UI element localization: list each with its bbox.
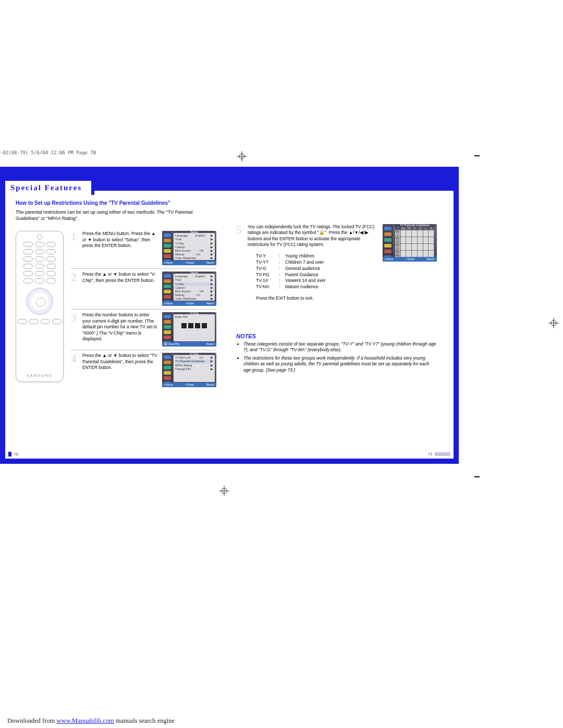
note-item: These categories consist of two separate… xyxy=(243,341,437,353)
step-4: 4 Press the ▲ or ▼ button to select "TV … xyxy=(71,350,216,387)
chapter-tab: Special Features xyxy=(2,178,94,195)
registration-mark-bottom xyxy=(219,486,229,496)
osd-body: Enter PIN xyxy=(174,314,215,341)
page-number-right: 71 xyxy=(428,452,450,456)
osd-vchip-menu: V-Chip V-Chip Lock: On▶ TV Parental Guid… xyxy=(162,353,216,387)
step-5: 5 You can independently lock the TV rati… xyxy=(236,224,376,302)
step-number: 4 xyxy=(71,353,79,387)
exit-instruction: Press the EXIT button to exit. xyxy=(256,295,376,301)
osd-setup-1: Setup Language: English▶ Time▶ V-Chip▶ C… xyxy=(162,231,216,265)
step-text: Press the ▲ or ▼ button to select "TV Pa… xyxy=(82,353,159,387)
trim-tick-br xyxy=(474,476,480,477)
step-text: You can independently lock the TV rating… xyxy=(248,224,376,302)
page-number-left: 70 xyxy=(8,452,18,456)
osd-tvpg-grid: TV Parental Guidelines ALLFVVSLD TV-Y TV… xyxy=(383,224,437,262)
print-header: -02(68-79) 5/6/04 12:06 PM Page 70 xyxy=(0,150,96,155)
osd-vchip-pin: V-Chip Enter PIN 🔢 Clear PINReturn xyxy=(162,312,216,347)
step-3: 3 Press the number buttons to enter your… xyxy=(71,309,216,347)
download-footer: Downloaded from www.Manualslib.com manua… xyxy=(7,717,175,725)
step-1: 1 Press the MENU button. Press the ▲ or … xyxy=(71,231,216,265)
intro-text: The parental restrictions can be set up … xyxy=(16,209,193,221)
notes-heading: NOTES xyxy=(236,333,437,339)
ratings-grid: ALLFVVSLD TV-Y TV-Y7 TV-G TV-PG TV-14 TV… xyxy=(395,227,434,255)
step-number: 5 xyxy=(236,224,244,302)
ratings-legend: TV-Y:Young children TV-Y7:Children 7 and… xyxy=(256,253,376,290)
osd-setup-2: Setup Language: English▶ Time▶ V-Chip▶ C… xyxy=(162,272,216,306)
osd-menu: Language: English▶ Time▶ V-Chip▶ Caption… xyxy=(174,274,215,301)
step-text: Press the MENU button. Press the ▲ or ▼ … xyxy=(82,231,159,265)
note-item: The restrictions for these two groups wo… xyxy=(243,355,437,373)
nav-wheel-icon xyxy=(26,288,53,315)
chapter-title: Special Features xyxy=(10,183,82,192)
osd-menu: V-Chip Lock: On▶ TV Parental Guidelines▶… xyxy=(174,355,215,382)
section-heading: How to Set up Restrictions Using the "TV… xyxy=(16,200,216,206)
remote-brand: SAMSUNG xyxy=(16,374,63,377)
trim-tick-tr xyxy=(474,155,480,156)
step-2: 2 Press the ▲ or ▼ button to select "V-C… xyxy=(71,268,216,306)
step-text: Press the ▲ or ▼ button to select "V-Chi… xyxy=(82,272,159,306)
osd-menu: Language: English▶ Time▶ V-Chip▶ Caption… xyxy=(174,233,215,260)
manual-spread: Special Features How to Set up Restricti… xyxy=(0,167,459,464)
pin-boxes xyxy=(175,323,213,328)
remote-illustration: SAMSUNG xyxy=(16,231,64,382)
step-text: Press the number buttons to enter your c… xyxy=(82,312,159,347)
registration-mark-right xyxy=(548,318,559,328)
step-number: 3 xyxy=(71,312,79,347)
notes-block: NOTES These categories consist of two se… xyxy=(236,333,437,373)
registration-mark-top xyxy=(237,151,247,162)
power-button-icon xyxy=(37,235,42,240)
osd-enter-pin-label: Enter PIN xyxy=(175,315,213,319)
step-number: 1 xyxy=(71,231,79,265)
manualslib-link[interactable]: www.Manualslib.com xyxy=(56,717,114,724)
step-number: 2 xyxy=(71,272,79,306)
